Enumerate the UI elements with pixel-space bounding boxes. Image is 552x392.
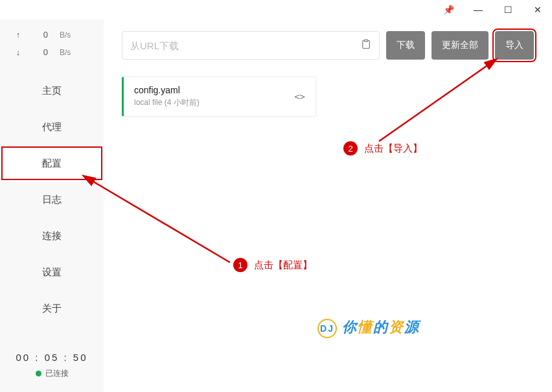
- watermark-char: 资: [389, 319, 404, 335]
- nav-proxy[interactable]: 代理: [0, 109, 104, 145]
- svg-rect-0: [364, 40, 367, 41]
- traffic-download: ↓ 0 B/s: [13, 43, 91, 61]
- sidebar-nav: 主页 代理 配置 日志 连接 设置 关于: [0, 73, 104, 327]
- watermark: DJ你懂的资源: [317, 317, 420, 338]
- upload-unit: B/s: [60, 30, 71, 40]
- annotation-step1: 1 点击【配置】: [233, 258, 312, 272]
- annotation-arrow-2: [366, 52, 509, 149]
- uptime: 00 : 05 : 50: [0, 352, 104, 363]
- svg-line-2: [379, 60, 496, 141]
- nav-profiles[interactable]: 配置: [0, 145, 104, 181]
- watermark-char: 懂: [358, 319, 373, 335]
- watermark-char: 源: [404, 319, 420, 335]
- code-icon[interactable]: <>: [294, 91, 305, 102]
- download-value: 0: [35, 47, 48, 57]
- window-titlebar: 📌 — ☐ ✕: [0, 0, 552, 19]
- traffic-upload: ↑ 0 B/s: [13, 26, 91, 43]
- config-subtitle: local file (4 小时前): [134, 97, 294, 108]
- watermark-char: 的: [373, 319, 389, 335]
- nav-home[interactable]: 主页: [0, 73, 104, 109]
- traffic-panel: ↑ 0 B/s ↓ 0 B/s: [0, 26, 104, 67]
- annotation-step2: 2 点击【导入】: [343, 141, 422, 156]
- nav-connections[interactable]: 连接: [0, 218, 104, 254]
- sidebar: ↑ 0 B/s ↓ 0 B/s 主页 代理 配置 日志 连接 设置 关于 00 …: [0, 19, 104, 392]
- arrow-up-icon: ↑: [13, 30, 23, 40]
- import-button[interactable]: 导入: [495, 31, 534, 60]
- arrow-down-icon: ↓: [13, 47, 23, 57]
- watermark-logo: DJ: [317, 319, 337, 338]
- watermark-char: 你: [342, 319, 358, 335]
- maximize-button[interactable]: ☐: [499, 1, 517, 19]
- status-text: 已连接: [45, 369, 69, 378]
- status-panel: 00 : 05 : 50 已连接: [0, 343, 104, 392]
- config-info: config.yaml local file (4 小时前): [134, 85, 294, 108]
- download-unit: B/s: [60, 48, 71, 57]
- status-dot-icon: [36, 371, 41, 376]
- minimize-button[interactable]: —: [469, 1, 487, 19]
- config-filename: config.yaml: [134, 85, 294, 95]
- close-button[interactable]: ✕: [529, 1, 547, 19]
- annotation-badge-1: 1: [233, 258, 247, 272]
- nav-logs[interactable]: 日志: [0, 181, 104, 218]
- nav-about[interactable]: 关于: [0, 290, 104, 327]
- update-all-button[interactable]: 更新全部: [431, 31, 489, 60]
- annotation-text-1: 点击【配置】: [254, 259, 312, 271]
- download-button[interactable]: 下载: [386, 31, 425, 60]
- annotation-text-2: 点击【导入】: [364, 143, 422, 155]
- annotation-badge-2: 2: [343, 141, 358, 156]
- url-input[interactable]: [130, 40, 361, 51]
- config-card[interactable]: config.yaml local file (4 小时前) <>: [122, 76, 316, 117]
- nav-settings[interactable]: 设置: [0, 254, 104, 290]
- url-toolbar: 下载 更新全部 导入: [122, 31, 534, 60]
- pin-icon[interactable]: 📌: [439, 1, 457, 19]
- connection-status: 已连接: [0, 368, 104, 379]
- upload-value: 0: [35, 30, 48, 40]
- paste-icon[interactable]: [361, 39, 371, 52]
- main-content: 下载 更新全部 导入 config.yaml local file (4 小时前…: [104, 19, 552, 392]
- url-input-wrapper[interactable]: [122, 31, 380, 60]
- svg-line-1: [84, 176, 230, 262]
